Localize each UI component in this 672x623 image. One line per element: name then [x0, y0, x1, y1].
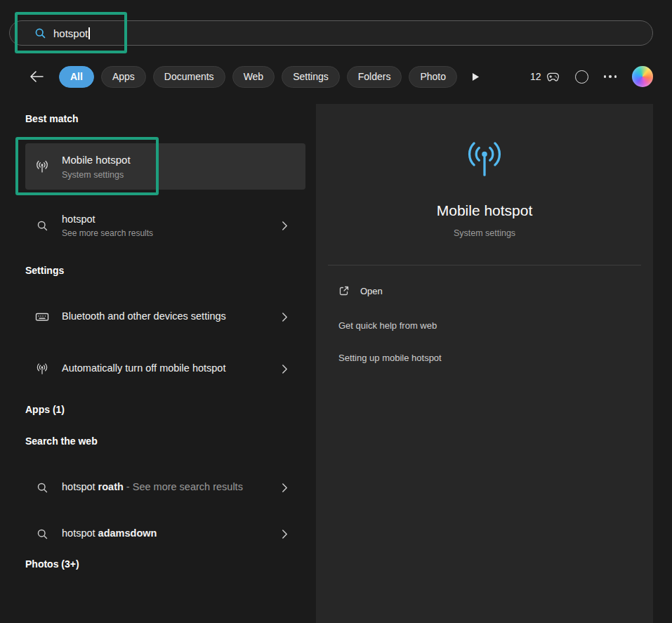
tab-photos[interactable]: Photo — [409, 66, 457, 88]
apps-heading: Apps (1) — [25, 404, 65, 415]
result-subtitle: System settings — [62, 170, 246, 180]
search-the-web-heading: Search the web — [25, 435, 98, 447]
back-arrow-icon — [29, 71, 44, 82]
tab-all-label: All — [70, 71, 83, 82]
chevron-right-icon — [282, 529, 288, 539]
account-avatar[interactable] — [575, 70, 588, 84]
search-icon — [34, 27, 46, 39]
search-icon — [34, 528, 51, 540]
mobile-hotspot-icon — [459, 136, 510, 184]
result-bluetooth-settings[interactable]: Bluetooth and other devices settings — [25, 296, 305, 337]
web-query-prefix: hotspot — [62, 527, 98, 539]
tab-settings-label: Settings — [293, 71, 329, 82]
tab-apps[interactable]: Apps — [101, 66, 146, 88]
result-title: Mobile hotspot — [62, 153, 246, 167]
web-query-prefix: hotspot — [62, 481, 98, 492]
tab-folders-label: Folders — [358, 71, 391, 82]
search-header-actions: 12 — [530, 65, 653, 88]
tab-all[interactable]: All — [59, 66, 94, 88]
external-link-icon — [338, 285, 350, 296]
text-caret — [88, 27, 90, 39]
open-action[interactable]: Open — [338, 282, 383, 300]
chevron-right-icon — [282, 483, 288, 493]
hotspot-icon — [34, 362, 51, 376]
result-auto-turn-off-hotspot[interactable]: Automatically turn off mobile hotspot — [25, 348, 305, 389]
tab-photos-label: Photo — [420, 71, 446, 82]
quick-help-link[interactable]: Get quick help from web — [338, 320, 437, 331]
search-input[interactable]: hotspot — [9, 20, 653, 46]
setting-up-hotspot-link[interactable]: Setting up mobile hotspot — [338, 353, 442, 363]
preview-panel: Mobile hotspot System settings Open Get … — [316, 104, 653, 623]
preview-title: Mobile hotspot — [316, 202, 653, 219]
search-filter-tabs: All Apps Documents Web Settings Folders … — [59, 65, 457, 88]
play-icon — [472, 72, 480, 81]
divider — [328, 265, 641, 265]
result-see-more-hotspot[interactable]: hotspot See more search results — [25, 206, 305, 245]
web-query-bold: adamsdown — [98, 527, 157, 539]
result-web-hotspot-roath[interactable]: hotspot roath - See more search results — [25, 466, 305, 509]
chevron-right-icon — [282, 312, 288, 322]
best-match-heading: Best match — [25, 113, 78, 124]
search-query-text: hotspot — [53, 27, 88, 39]
tab-documents[interactable]: Documents — [153, 66, 225, 88]
open-label: Open — [360, 286, 383, 296]
result-mobile-hotspot[interactable]: Mobile hotspot System settings — [25, 143, 305, 190]
game-controller-icon — [546, 72, 560, 82]
result-title: Bluetooth and other devices settings — [62, 310, 246, 324]
search-icon — [34, 482, 51, 494]
back-button[interactable] — [27, 65, 46, 88]
result-title: hotspot roath - See more search results — [62, 480, 246, 494]
devices-icon — [34, 310, 51, 324]
web-query-bold: roath — [98, 481, 124, 492]
settings-heading: Settings — [25, 265, 64, 276]
rewards-count: 12 — [530, 71, 541, 82]
tab-folders[interactable]: Folders — [347, 66, 402, 88]
search-icon — [34, 220, 51, 232]
copilot-icon[interactable] — [632, 66, 653, 87]
more-tabs-button[interactable] — [468, 65, 483, 88]
result-title: Automatically turn off mobile hotspot — [62, 362, 246, 376]
rewards-badge[interactable]: 12 — [530, 71, 560, 82]
tab-web-label: Web — [244, 71, 264, 82]
photos-heading: Photos (3+) — [25, 558, 79, 570]
result-web-hotspot-adamsdown[interactable]: hotspot adamsdown — [25, 520, 305, 548]
tab-apps-label: Apps — [112, 71, 135, 82]
more-options-button[interactable] — [604, 75, 617, 78]
result-title: hotspot — [62, 213, 246, 227]
preview-subtitle: System settings — [316, 228, 653, 238]
result-title: hotspot adamsdown — [62, 527, 246, 541]
tab-settings[interactable]: Settings — [282, 66, 340, 88]
result-subtitle: See more search results — [62, 228, 246, 238]
web-query-suffix: - See more search results — [124, 481, 243, 492]
tab-documents-label: Documents — [164, 71, 214, 82]
chevron-right-icon — [282, 364, 288, 374]
chevron-right-icon — [282, 221, 288, 231]
hotspot-icon — [34, 159, 51, 174]
tab-web[interactable]: Web — [232, 66, 275, 88]
